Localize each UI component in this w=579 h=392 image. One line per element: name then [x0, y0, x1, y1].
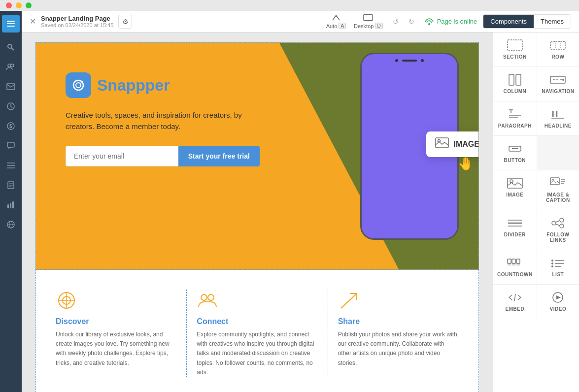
- sidebar-item-stats[interactable]: [2, 98, 20, 115]
- svg-rect-7: [7, 84, 15, 90]
- svg-point-31: [76, 83, 81, 88]
- component-countdown[interactable]: COUNTDOWN: [493, 250, 537, 284]
- component-paragraph[interactable]: T PARAGRAPH: [493, 101, 537, 135]
- page-canvas: Snappper Creative tools, spaces, and ins…: [35, 42, 479, 392]
- svg-line-4: [12, 48, 14, 51]
- redo-button[interactable]: ↻: [405, 15, 418, 29]
- component-navigation[interactable]: NAVIGATION: [537, 67, 579, 101]
- svg-line-73: [556, 224, 560, 226]
- sidebar-item-analytics[interactable]: [2, 196, 20, 214]
- discover-icon: [56, 290, 77, 311]
- svg-rect-61: [550, 178, 559, 185]
- svg-text:H: H: [551, 109, 558, 119]
- svg-rect-46: [516, 74, 521, 85]
- component-grid: SECTION ROW: [493, 33, 579, 319]
- sidebar-item-billing[interactable]: $: [2, 117, 20, 135]
- auto-label: Auto: [326, 23, 338, 29]
- svg-point-80: [551, 260, 553, 261]
- svg-rect-75: [512, 259, 515, 263]
- tab-components[interactable]: Components: [483, 15, 534, 28]
- close-tab-button[interactable]: ✕: [30, 17, 36, 26]
- page-info: Snapper Landing Page Saved on 02/24/2020…: [41, 15, 113, 28]
- component-column[interactable]: COLUMN: [493, 67, 537, 101]
- svg-rect-21: [12, 201, 14, 208]
- settings-button[interactable]: ⚙: [118, 15, 132, 29]
- tab-group: Components Themes: [483, 14, 571, 29]
- svg-line-86: [514, 294, 515, 301]
- titlebar: [0, 0, 579, 11]
- right-panel: SECTION ROW: [493, 33, 579, 392]
- component-row[interactable]: ROW: [537, 33, 579, 66]
- phone-container: IMAGE 🤚: [360, 53, 459, 240]
- svg-rect-26: [364, 15, 373, 21]
- sidebar-item-search[interactable]: [2, 38, 20, 56]
- page-title: Snapper Landing Page: [41, 15, 113, 22]
- maximize-button[interactable]: [26, 2, 32, 8]
- left-sidebar: $: [0, 11, 22, 392]
- hero-description: Creative tools, spaces, and inspiration …: [66, 110, 260, 132]
- svg-text:$: $: [9, 124, 12, 129]
- page-online-button[interactable]: Page is online: [424, 18, 477, 26]
- page-subtitle: Saved on 02/24/2020 at 15:45: [41, 22, 113, 28]
- svg-rect-1: [7, 23, 15, 24]
- email-input[interactable]: [66, 146, 178, 166]
- component-image[interactable]: IMAGE: [493, 170, 537, 210]
- discover-desc: Unlock our library of exclusive looks, a…: [56, 330, 176, 368]
- svg-text:T: T: [509, 108, 513, 115]
- logo-icon: [66, 72, 91, 98]
- svg-point-70: [560, 218, 564, 222]
- sidebar-item-mail[interactable]: [2, 78, 20, 96]
- tab-themes[interactable]: Themes: [534, 15, 571, 28]
- svg-rect-76: [516, 259, 520, 263]
- close-button[interactable]: [6, 2, 12, 8]
- features-section: Discover Unlock our library of exclusive…: [35, 270, 479, 392]
- svg-rect-19: [7, 204, 9, 208]
- share-icon: [338, 290, 360, 311]
- auto-view-button[interactable]: Auto A: [326, 14, 346, 29]
- desktop-view-button[interactable]: Desktop D: [354, 14, 383, 29]
- component-section[interactable]: SECTION: [493, 33, 537, 66]
- svg-point-3: [8, 44, 12, 48]
- component-button[interactable]: BUTTON: [493, 136, 537, 170]
- sidebar-item-list[interactable]: [2, 157, 20, 174]
- undo-button[interactable]: ↺: [389, 15, 403, 29]
- svg-rect-41: [508, 40, 522, 51]
- image-tooltip-label: IMAGE: [454, 140, 479, 149]
- image-tooltip-icon: [435, 137, 449, 151]
- connect-icon: [197, 290, 218, 311]
- brand-logo: Snappper: [66, 72, 260, 98]
- component-headline[interactable]: H HEADLINE: [537, 101, 579, 135]
- svg-point-82: [551, 262, 553, 264]
- svg-point-39: [201, 294, 207, 300]
- minimize-button[interactable]: [16, 2, 22, 8]
- share-desc: Publish your photos and share your work …: [338, 330, 459, 368]
- svg-point-71: [560, 224, 564, 228]
- component-video[interactable]: VIDEO: [537, 285, 579, 319]
- discover-title: Discover: [56, 317, 176, 326]
- share-title: Share: [338, 317, 459, 326]
- connect-title: Connect: [197, 317, 317, 326]
- component-image-caption[interactable]: IMAGE & CAPTION: [537, 170, 579, 210]
- sidebar-toggle[interactable]: [2, 15, 20, 33]
- sidebar-item-pages[interactable]: [2, 176, 20, 194]
- component-embed[interactable]: EMBED: [493, 285, 537, 319]
- svg-rect-2: [7, 26, 15, 27]
- sidebar-item-globe[interactable]: [2, 216, 20, 233]
- desktop-label: Desktop: [354, 23, 374, 29]
- svg-rect-45: [509, 74, 514, 85]
- image-tooltip[interactable]: IMAGE: [426, 131, 479, 157]
- component-follow-links[interactable]: FOLLOW LINKS: [537, 210, 579, 250]
- component-divider[interactable]: DIVIDER: [493, 210, 537, 250]
- header: ✕ Snapper Landing Page Saved on 02/24/20…: [22, 11, 579, 33]
- svg-rect-42: [550, 41, 565, 49]
- component-list[interactable]: LIST: [537, 250, 579, 284]
- auto-key: A: [339, 23, 346, 29]
- svg-point-40: [208, 294, 214, 300]
- hero-section[interactable]: Snappper Creative tools, spaces, and ins…: [35, 42, 479, 270]
- sidebar-item-users[interactable]: [2, 58, 20, 76]
- svg-point-69: [552, 221, 556, 225]
- cta-button[interactable]: Start your free trial: [178, 146, 260, 166]
- component-empty: [537, 136, 579, 170]
- sidebar-item-comments[interactable]: [2, 137, 20, 155]
- canvas: Snappper Creative tools, spaces, and ins…: [22, 33, 493, 392]
